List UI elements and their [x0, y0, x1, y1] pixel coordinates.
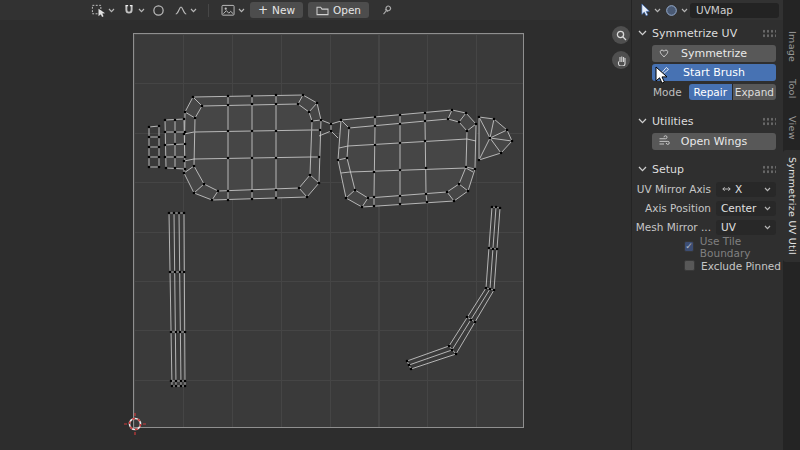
image-browse-dropdown[interactable]: [220, 2, 245, 19]
pan-gizmo[interactable]: [612, 51, 630, 69]
header-corner: [783, 0, 800, 20]
bridge-edges: [319, 120, 341, 138]
wind-icon: [658, 135, 670, 147]
uv-mesh[interactable]: [0, 20, 631, 450]
mode-row: Mode Repair Expand: [653, 84, 776, 100]
open-wings-label: Open Wings: [681, 135, 747, 148]
image-sphere-icon: [663, 2, 680, 19]
open-image-button[interactable]: Open: [308, 2, 369, 18]
mode-option-expand[interactable]: Expand: [733, 84, 776, 100]
mode-label: Mode: [653, 86, 682, 98]
chevron-down-icon: [764, 206, 771, 211]
chevron-down-icon: [190, 8, 197, 13]
mode-option-repair[interactable]: Repair: [689, 84, 732, 100]
use-tile-boundary-checkbox[interactable]: ✓: [684, 241, 694, 252]
proportional-edit-icon[interactable]: [150, 2, 167, 19]
cursor-arrow-icon: [636, 2, 653, 19]
new-image-button[interactable]: + New: [250, 2, 303, 18]
prop-label: Mesh Mirror ...: [632, 221, 716, 233]
mirror-axis-icon: [721, 185, 732, 193]
magnifier-icon: [616, 30, 627, 41]
sidebar-tabstrip: Image Tool View Symmetrize UV Util: [783, 20, 800, 450]
chevron-down-icon: [238, 8, 245, 13]
chevron-down-icon: [681, 8, 688, 13]
symmetrize-label: Symmetrize: [681, 47, 747, 60]
falloff-dropdown[interactable]: [172, 2, 197, 19]
uvmap-value: UVMap: [696, 4, 733, 16]
prop-label: Axis Position: [632, 202, 716, 214]
pin-icon[interactable]: [378, 2, 395, 19]
check-row-tile-boundary: ✓ Use Tile Boundary: [684, 238, 783, 255]
panel-title: Setup: [652, 163, 684, 176]
prop-row-axis-position: Axis Position Center: [632, 199, 776, 217]
select-tool-dropdown[interactable]: [90, 2, 115, 19]
plus-icon: +: [258, 5, 268, 15]
start-brush-button[interactable]: Start Brush: [652, 64, 776, 81]
chevron-down-icon: [764, 225, 771, 230]
panel-grip[interactable]: [762, 29, 776, 38]
uvmap-field[interactable]: UVMap: [690, 3, 779, 18]
panel-header-symmetrize-uv[interactable]: Symmetrize UV: [632, 23, 783, 43]
panel-grip[interactable]: [762, 117, 776, 126]
tab-tool[interactable]: Tool: [783, 72, 800, 106]
strips-edges: [169, 213, 185, 387]
prop-label: UV Mirror Axis: [632, 183, 716, 195]
display-channel-dropdown[interactable]: [663, 2, 688, 19]
dropdown-value: X: [735, 183, 761, 195]
main-area: Symmetrize UV Symmetrize Start Brush Mod…: [0, 20, 800, 450]
blender-uv-editor-window: + New Open: [0, 0, 800, 450]
chevron-down-icon: [108, 8, 115, 13]
panel-title: Symmetrize UV: [652, 27, 737, 40]
symmetrize-button[interactable]: Symmetrize: [652, 45, 776, 62]
panel-expand-icon: [638, 166, 647, 172]
2d-cursor: [124, 413, 146, 435]
checkbox-label: Use Tile Boundary: [700, 235, 783, 259]
header-separator: [208, 4, 209, 17]
folder-icon: [316, 5, 329, 16]
open-wings-button[interactable]: Open Wings: [652, 133, 776, 150]
prop-row-mesh-mirror: Mesh Mirror ... UV: [632, 218, 776, 236]
exclude-pinned-checkbox[interactable]: [684, 260, 695, 271]
tab-image[interactable]: Image: [783, 24, 800, 69]
temple-ladder: [149, 126, 159, 167]
panel-header-utilities[interactable]: Utilities: [632, 111, 783, 131]
hand-icon: [616, 55, 627, 66]
uv-canvas[interactable]: [0, 20, 631, 450]
chevron-down-icon: [764, 187, 771, 192]
checkbox-label: Exclude Pinned: [701, 260, 781, 272]
tab-view[interactable]: View: [783, 109, 800, 147]
uv-editor-header-left: + New Open: [0, 0, 631, 20]
check-row-exclude-pinned: Exclude Pinned: [684, 257, 783, 274]
panel-header-setup[interactable]: Setup: [632, 159, 783, 179]
image-icon: [220, 2, 237, 19]
snap-dropdown[interactable]: [120, 2, 145, 19]
new-image-label: New: [272, 4, 295, 16]
mode-segmented-control: Repair Expand: [689, 84, 776, 100]
axis-position-dropdown[interactable]: Center: [716, 201, 776, 216]
panel-expand-icon: [638, 118, 647, 124]
prop-row-uv-mirror-axis: UV Mirror Axis X: [632, 180, 776, 198]
chevron-down-icon: [654, 8, 661, 13]
magnet-icon: [120, 2, 137, 19]
mesh-mirror-dropdown[interactable]: UV: [716, 220, 776, 235]
sidebar-header: UVMap: [631, 0, 783, 20]
zoom-gizmo[interactable]: [612, 26, 630, 44]
falloff-curve-icon: [172, 2, 189, 19]
heart-icon: [658, 47, 670, 59]
open-image-label: Open: [333, 4, 361, 16]
panel-title: Utilities: [652, 115, 693, 128]
dropdown-value: UV: [721, 221, 761, 233]
chevron-down-icon: [138, 8, 145, 13]
cursor-tool-dropdown[interactable]: [636, 2, 661, 19]
n-panel-sidebar: Symmetrize UV Symmetrize Start Brush Mod…: [631, 20, 783, 450]
select-box-icon: [90, 2, 107, 19]
uv-mirror-axis-dropdown[interactable]: X: [716, 182, 776, 197]
uv-vertices-strips: [168, 206, 502, 388]
panel-expand-icon: [638, 30, 647, 36]
tab-symmetrize-uv-util[interactable]: Symmetrize UV Util: [783, 150, 800, 262]
editor-header: + New Open: [0, 0, 800, 20]
mouse-cursor: [655, 66, 669, 85]
dropdown-value: Center: [721, 202, 761, 214]
start-brush-label: Start Brush: [683, 66, 745, 79]
panel-grip[interactable]: [762, 165, 776, 174]
